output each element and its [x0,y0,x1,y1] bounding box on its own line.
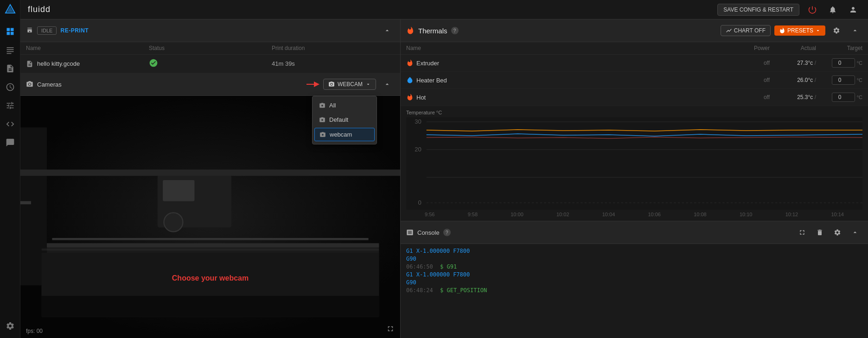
extruder-target: °C [816,58,862,68]
status-ok-icon [149,58,272,69]
th-target: Target [816,45,862,51]
thermals-collapse-button[interactable] [848,23,862,38]
svg-rect-3 [10,28,13,31]
notifications-button[interactable] [825,2,840,17]
app-title: fluidd [28,5,51,14]
camera-header: Cameras WEBCAM [20,73,400,96]
x-label-2: 10:00 [511,212,523,217]
thermals-header: Thermals ? CHART OFF PRESETS [401,19,868,42]
console-line-3: 06:46:50 $ G91 [406,263,862,270]
console-info-icon[interactable]: ? [443,229,451,236]
thermals-settings-button[interactable] [829,23,844,38]
svg-rect-9 [6,53,11,54]
print-queue-table-header: Name Status Print duration [20,42,400,55]
thermal-table-header: Name Power Actual Target [401,42,868,55]
left-panel: IDLE RE-PRINT Name Status Print duration… [20,19,401,338]
console-line-4: G1 X-1.000000 F7800 [406,271,862,278]
topbar: fluidd SAVE CONFIG & RESTART [20,0,868,19]
console-settings-button[interactable] [830,225,845,240]
presets-button[interactable]: PRESETS [774,25,825,36]
console-delete-button[interactable] [812,225,827,240]
dropdown-item-default[interactable]: Default [313,113,377,127]
x-label-6: 10:08 [694,212,707,217]
x-label-0: 9:56 [425,212,434,217]
dropdown-item-webcam[interactable]: webcam [314,128,375,141]
svg-rect-18 [20,169,400,176]
x-label-7: 10:10 [740,212,753,217]
power-button[interactable] [805,2,820,17]
webcam-label: WEBCAM [338,81,363,88]
sidebar-item-tune[interactable] [1,97,19,114]
sidebar [0,0,20,338]
thermals-title: Thermals ? [406,26,459,35]
file-name-text: hello kitty.gcode [37,60,80,67]
thermals-info-icon[interactable]: ? [451,27,459,34]
webcam-dropdown-button[interactable]: WEBCAM [323,79,376,90]
sidebar-item-settings[interactable] [1,318,19,334]
svg-rect-19 [20,201,31,204]
console-collapse-button[interactable] [848,225,862,240]
hot-target-input[interactable] [832,93,855,102]
dropdown-webcam-label: webcam [330,131,352,138]
col-status: Status [149,45,272,51]
x-label-1: 9:58 [468,212,478,217]
thermals-title-text: Thermals [418,27,447,35]
hot-power: off [723,94,770,100]
chart-off-button[interactable]: CHART OFF [721,25,771,36]
presets-label: PRESETS [787,27,813,34]
col-duration: Print duration [272,45,395,51]
hot-target: °C [816,93,862,102]
main-content: IDLE RE-PRINT Name Status Print duration… [20,19,868,338]
svg-rect-5 [10,32,13,35]
console-expand-button[interactable] [795,225,810,240]
hot-unit: °C [857,94,862,100]
dropdown-item-all[interactable]: All [313,98,377,113]
camera-title: Cameras [26,81,62,88]
heaterbed-target-input[interactable] [832,75,855,85]
console-line-1: G1 X-1.000000 F7800 [406,248,862,254]
expand-button[interactable] [386,325,395,334]
svg-rect-16 [163,180,194,201]
save-config-button[interactable]: SAVE CONFIG & RESTART [717,4,799,16]
print-queue-title: IDLE RE-PRINT [26,26,89,35]
dropdown-default-label: Default [329,116,348,123]
extruder-power: off [723,60,770,66]
thermal-row-extruder: Extruder off 27.3°c / °C [401,55,868,72]
th-actual: Actual [770,45,816,51]
hot-actual: 25.3°c / [770,94,816,100]
svg-rect-6 [6,47,13,48]
hot-label: Hot [416,94,426,101]
console-body: G1 X-1.000000 F7800 G90 06:46:50 $ G91 G… [401,244,868,338]
reprint-button[interactable]: RE-PRINT [60,27,89,34]
heaterbed-target: °C [816,75,862,85]
th-name: Name [406,45,723,51]
extruder-name: Extruder [406,59,723,67]
heaterbed-unit: °C [857,77,862,83]
print-queue-collapse-button[interactable] [380,23,395,38]
extruder-actual: 27.3°c / [770,60,816,66]
sidebar-item-timelapse[interactable] [1,79,19,95]
heaterbed-actual: 26.0°c / [770,77,816,83]
console-title: Console ? [406,229,451,236]
fps-label: fps: 00 [26,328,43,334]
sidebar-item-history[interactable] [1,42,19,58]
extruder-target-input[interactable] [832,58,855,68]
dropdown-all-label: All [329,102,336,109]
sidebar-item-notes[interactable] [1,134,19,151]
sidebar-item-files[interactable] [1,60,19,77]
svg-rect-7 [6,49,13,50]
x-label-9: 10:14 [831,212,844,217]
sidebar-item-dashboard[interactable] [1,23,19,40]
svg-rect-21 [42,249,379,251]
svg-rect-20 [52,238,368,240]
user-button[interactable] [846,2,861,17]
app-logo-icon[interactable] [5,4,16,18]
svg-text:20: 20 [415,147,421,153]
status-idle-badge: IDLE [37,26,57,35]
camera-collapse-button[interactable] [380,77,395,92]
svg-text:30: 30 [415,119,421,125]
x-label-4: 10:04 [602,212,615,217]
sidebar-item-macros[interactable] [1,116,19,132]
x-label-5: 10:06 [648,212,661,217]
console-controls [795,225,862,240]
